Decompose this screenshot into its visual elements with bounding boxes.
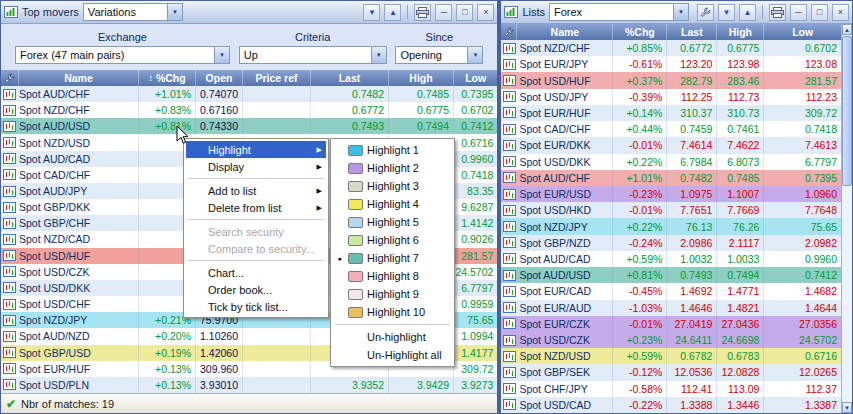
instrument-name-cell: Spot AUD/JPY — [1, 183, 139, 199]
menu-item-label: Order book... — [208, 284, 272, 296]
scrollbar[interactable]: ▲ ▼ — [841, 24, 852, 413]
menu-item[interactable]: ● Highlight 7 — [333, 249, 452, 267]
table-row[interactable]: Spot EUR/USD -0.23% 1.0975 1.1007 1.0960 — [501, 186, 841, 202]
menu-item[interactable]: Highlight 10 — [333, 303, 452, 321]
column-header-pct-change[interactable]: %Chg — [613, 24, 667, 40]
list-select[interactable]: Forex ▼ — [549, 3, 689, 21]
table-row[interactable]: Spot CHF/JPY -0.58% 112.41 113.09 112.37 — [501, 381, 841, 397]
column-header-open[interactable]: Open — [196, 70, 243, 86]
maximize-button[interactable]: □ — [456, 4, 473, 21]
menu-item[interactable]: Highlight 6 — [333, 231, 452, 249]
menu-item[interactable]: Highlight 3 — [333, 177, 452, 195]
column-header-pct-change[interactable]: ↕ %Chg — [139, 70, 196, 86]
menu-item[interactable]: Delete from list ▶ — [186, 199, 326, 216]
since-select[interactable]: Opening ▼ — [395, 46, 483, 64]
instrument-name-cell: Spot USD/DKK — [501, 154, 613, 170]
column-header-last[interactable]: Last — [311, 70, 389, 86]
menu-item[interactable]: Chart... — [186, 264, 326, 281]
table-row[interactable]: Spot EUR/CAD -0.45% 1.4692 1.4771 1.4682 — [501, 283, 841, 299]
table-row[interactable]: Spot NZD/CHF +0.83% 0.67160 0.6772 0.677… — [1, 102, 497, 118]
table-settings-button[interactable] — [501, 24, 517, 40]
menu-item[interactable]: Highlight 5 — [333, 213, 452, 231]
table-row[interactable]: Spot GBP/NZD -0.24% 2.0986 2.1117 2.0982 — [501, 235, 841, 251]
chevron-down-icon[interactable]: ▼ — [371, 47, 386, 63]
list-settings-button[interactable] — [697, 4, 714, 21]
table-row[interactable]: Spot AUD/CAD +0.59% 1.0032 1.0033 0.9960 — [501, 251, 841, 267]
table-row[interactable]: Spot NZD/JPY +0.22% 76.13 76.26 75.65 — [501, 218, 841, 234]
table-row[interactable]: Spot CAD/CHF +0.44% 0.7459 0.7461 0.7418 — [501, 121, 841, 137]
instrument-name: Spot USD/CAD — [519, 399, 591, 411]
menu-item[interactable]: Highlight 4 — [333, 195, 452, 213]
minimize-button[interactable]: ─ — [790, 4, 807, 21]
mode-select[interactable]: Variations ▼ — [83, 3, 183, 21]
menu-item[interactable]: Add to list ▶ — [186, 182, 326, 199]
last-cell: 6.7984 — [667, 154, 717, 170]
column-header-last[interactable]: Last — [667, 24, 717, 40]
menu-item[interactable]: Search security — [186, 223, 326, 240]
scroll-down-button[interactable]: ▼ — [842, 402, 852, 413]
close-button[interactable]: × — [832, 4, 849, 21]
chevron-down-icon[interactable]: ▼ — [214, 47, 229, 63]
table-row[interactable]: Spot USD/HKD -0.01% 7.7651 7.7669 7.7648 — [501, 202, 841, 218]
instrument-name-cell: Spot CHF/JPY — [501, 381, 613, 397]
column-header-low[interactable]: Low — [764, 24, 841, 40]
menu-item[interactable]: Order book... — [186, 281, 326, 298]
menu-item[interactable]: Highlight 2 — [333, 159, 452, 177]
table-row[interactable]: Spot NZD/USD +0.59% 0.6782 0.6783 0.6716 — [501, 348, 841, 364]
chevron-down-icon[interactable]: ▼ — [167, 4, 182, 20]
instrument-name: Spot EUR/AUD — [519, 302, 591, 314]
menu-item[interactable]: Display ▶ — [186, 158, 326, 175]
table-settings-button[interactable] — [1, 70, 19, 86]
menu-item[interactable]: Highlight 9 — [333, 285, 452, 303]
menu-item[interactable]: Un-Highlight all — [333, 346, 452, 364]
column-header-high[interactable]: High — [389, 70, 454, 86]
column-header-name[interactable]: Name — [19, 70, 139, 86]
table-row[interactable]: Spot EUR/AUD -1.03% 1.4646 1.4821 1.4644 — [501, 300, 841, 316]
exchange-select[interactable]: Forex (47 main pairs) ▼ — [15, 46, 230, 64]
instrument-name-cell: Spot EUR/DKK — [501, 137, 613, 153]
move-up-button[interactable]: ▲ — [384, 4, 401, 21]
menu-item[interactable]: Highlight 1 — [333, 141, 452, 159]
instrument-icon — [3, 299, 16, 310]
move-up-button[interactable]: ▲ — [739, 4, 756, 21]
menu-item[interactable]: Compare to security... — [186, 240, 326, 257]
close-button[interactable]: × — [477, 4, 494, 21]
menu-item[interactable]: Un-highlight — [333, 328, 452, 346]
column-header-name[interactable]: Name — [517, 24, 613, 40]
table-row[interactable]: Spot EUR/JPY -0.61% 123.20 123.98 123.08 — [501, 56, 841, 72]
table-row[interactable]: Spot AUD/CHF +1.01% 0.7482 0.7485 0.7395 — [501, 170, 841, 186]
table-row[interactable]: Spot USD/JPY -0.39% 112.25 112.73 112.23 — [501, 89, 841, 105]
table-row[interactable]: Spot AUD/CHF +1.01% 0.74070 0.7482 0.748… — [1, 86, 497, 102]
print-button[interactable] — [414, 4, 431, 21]
chevron-down-icon[interactable]: ▼ — [673, 4, 688, 20]
table-row[interactable]: Spot USD/DKK +0.22% 6.7984 6.8073 6.7797 — [501, 154, 841, 170]
column-header-price-ref[interactable]: Price ref — [243, 70, 311, 86]
table-row[interactable]: Spot EUR/CZK -0.01% 27.0419 27.0436 27.0… — [501, 316, 841, 332]
maximize-button[interactable]: □ — [811, 4, 828, 21]
chevron-down-icon[interactable]: ▼ — [467, 47, 482, 63]
scroll-up-button[interactable]: ▲ — [842, 24, 852, 35]
scrollbar-thumb[interactable] — [842, 36, 852, 186]
table-row[interactable]: Spot GBP/SEK -0.12% 12.0536 12.0828 12.0… — [501, 364, 841, 380]
move-down-button[interactable]: ▼ — [363, 4, 380, 21]
table-row[interactable]: Spot USD/HUF +0.37% 282.79 283.46 281.57 — [501, 72, 841, 88]
move-down-button[interactable]: ▼ — [718, 4, 735, 21]
table-row[interactable]: Spot USD/CZK +0.23% 24.6411 24.6698 24.5… — [501, 332, 841, 348]
table-row[interactable]: Spot USD/PLN +0.13% 3.93010 3.9352 3.942… — [1, 377, 497, 393]
menu-item[interactable]: Highlight 8 — [333, 267, 452, 285]
criteria-select[interactable]: Up ▼ — [239, 46, 387, 64]
table-row[interactable]: Spot EUR/HUF +0.14% 310.37 310.73 309.72 — [501, 105, 841, 121]
minimize-button[interactable]: ─ — [435, 4, 452, 21]
table-row[interactable]: Spot AUD/USD +0.81% 0.7493 0.7494 0.7412 — [501, 267, 841, 283]
table-row[interactable]: Spot USD/CAD -0.22% 1.3388 1.3446 1.3387 — [501, 397, 841, 413]
menu-item[interactable]: Tick by tick list... — [186, 298, 326, 315]
highlight-swatch — [348, 271, 363, 282]
table-row[interactable]: Spot AUD/USD +0.81% 0.74330 0.7493 0.749… — [1, 118, 497, 134]
table-row[interactable]: Spot EUR/DKK -0.01% 7.4614 7.4622 7.4613 — [501, 137, 841, 153]
table-row[interactable]: Spot NZD/CHF +0.85% 0.6772 0.6775 0.6702 — [501, 40, 841, 56]
column-header-low[interactable]: Low — [454, 70, 497, 86]
scrollbar-track[interactable] — [842, 35, 852, 402]
column-header-high[interactable]: High — [717, 24, 764, 40]
menu-item[interactable]: Highlight ▶ — [186, 141, 326, 158]
print-button[interactable] — [769, 4, 786, 21]
